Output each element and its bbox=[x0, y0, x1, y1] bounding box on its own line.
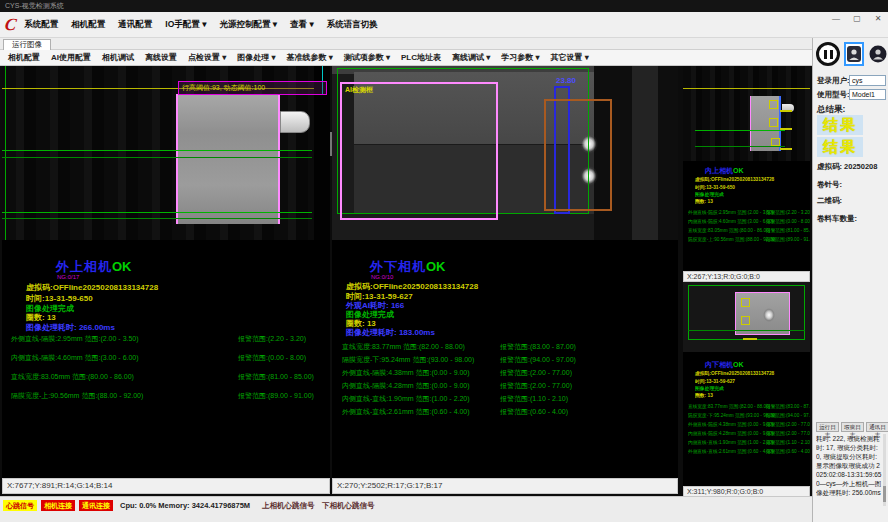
loop-count-line: 圈数: 13 bbox=[695, 198, 713, 205]
measurement-value: 隔膜宽度-上:90.56mm 范围:(88.00 - 92.00) bbox=[688, 236, 776, 243]
menu-item[interactable]: IO手配置 ▾ bbox=[165, 19, 206, 31]
measure-line bbox=[695, 130, 785, 131]
minimize-icon[interactable]: — bbox=[830, 14, 842, 23]
toolbar-item[interactable]: 离线调试 ▾ bbox=[452, 52, 490, 63]
measurement-value: 内侧直线-隔膜:4.28mm 范围:(0.00 - 9.00) bbox=[342, 381, 470, 391]
qr-code-label: 二维码: bbox=[817, 196, 842, 206]
measurement-value: 直线宽度:83.05mm 范围:(80.00 - 86.00) bbox=[688, 227, 770, 234]
measurement-value: 内侧直线-隔膜:4.60mm 范围:(3.00 - 6.00) bbox=[688, 218, 773, 225]
camera-image-inner-lower[interactable] bbox=[683, 282, 810, 352]
log-scrollbar[interactable] bbox=[883, 434, 886, 506]
toolbar-item[interactable]: AI使用配置 bbox=[51, 52, 91, 63]
tab-run-image[interactable]: 运行图像 bbox=[3, 39, 51, 50]
camera-view-outer-upper[interactable]: 行高阈值:93, 动态阈值:100 外上相机OK NG:0/17 虚拟码:OFF… bbox=[2, 66, 330, 478]
toolbar-item[interactable]: 学习参数 ▾ bbox=[501, 52, 539, 63]
alarm-range: 报警范围:(2.00 - 77.00) bbox=[500, 368, 572, 378]
toolbar-item[interactable]: 测试项参数 ▾ bbox=[344, 52, 390, 63]
log-tab[interactable]: 通讯日志 bbox=[866, 422, 888, 432]
toolbar-item[interactable]: 基准线参数 ▾ bbox=[287, 52, 333, 63]
alarm-range: 报警范围:(94.00 - 97.00) bbox=[500, 355, 576, 365]
measurement-value: 内侧直线-直线:1.90mm 范围:(1.00 - 2.20) bbox=[342, 394, 470, 404]
defect-marker-box bbox=[741, 298, 750, 307]
right-sidebar: 登录用户: cys 使用型号: Model1 总结果: 结果 结果 虚拟码: 2… bbox=[812, 38, 888, 522]
measurement-row: 外侧直线-直线:2.61mm 范围:(0.60 - 4.00) 报警范围:(0.… bbox=[342, 407, 678, 420]
toolbar-item[interactable]: 图像处理 ▾ bbox=[237, 52, 275, 63]
measurement-value: 直线宽度:83.77mm 范围:(82.00 - 88.00) bbox=[688, 403, 770, 410]
lower-camera-heartbeat-label[interactable]: 下相机心跳信号 bbox=[322, 501, 375, 511]
model-field[interactable]: Model1 bbox=[849, 89, 886, 100]
alarm-range: 报警范围:(2.20 - 3.20) bbox=[766, 209, 810, 216]
toolbar-item[interactable]: 相机配置 bbox=[8, 52, 40, 63]
toolbar-item[interactable]: 离线设置 bbox=[145, 52, 177, 63]
measurement-row: 内侧直线-直线:1.90mm 范围:(1.00 - 2.20) 报警范围:(1.… bbox=[342, 394, 678, 407]
model-label: 使用型号: bbox=[817, 90, 850, 100]
menu-item[interactable]: 查看 ▾ bbox=[290, 19, 314, 31]
ai-detect-label: AI检测框 bbox=[345, 85, 373, 95]
toolbar-item[interactable]: 相机调试 bbox=[102, 52, 134, 63]
user-button[interactable] bbox=[844, 42, 864, 66]
log-scrollbar-thumb[interactable] bbox=[883, 486, 886, 502]
upper-camera-heartbeat-label[interactable]: 上相机心跳信号 bbox=[262, 501, 315, 511]
toolbar-item[interactable]: 点检设置 ▾ bbox=[188, 52, 226, 63]
app-logo-icon: C bbox=[4, 15, 18, 35]
camera-view-inner-lower[interactable]: 内下相机OK 虚拟码:OFFline20250208133134728 时间:1… bbox=[683, 282, 810, 486]
log-tabs: 运行日志瑕疵日志通讯日志 bbox=[816, 422, 888, 432]
elapsed-line: 图像处理耗时: 266.00ms bbox=[26, 322, 115, 333]
menu-item[interactable]: 通讯配置 bbox=[118, 19, 152, 31]
camera-view-outer-lower[interactable]: AI检测框 23.80 外下相机OK NG:0/10 虚拟码:OFFline20… bbox=[332, 66, 678, 478]
window-title: CYS-视觉检测系统 bbox=[5, 2, 64, 9]
measurement-list: 外侧直线-隔膜:2.95mm 范围:(2.00 - 3.50) 报警范围:(2.… bbox=[11, 334, 330, 410]
alarm-range: 报警范围:(89.00 - 91.00) bbox=[766, 236, 810, 243]
elapsed-line: 图像处理耗时: 183.00ms bbox=[346, 327, 435, 338]
window-controls: — ▢ ✕ bbox=[830, 14, 884, 23]
measure-line bbox=[688, 330, 805, 331]
alarm-range: 报警范围:(89.00 - 91.00) bbox=[238, 391, 314, 401]
ok-status: OK bbox=[733, 361, 744, 368]
pause-button[interactable] bbox=[816, 42, 840, 66]
blue-measure-value: 23.80 bbox=[556, 76, 576, 85]
ok-status: OK bbox=[733, 167, 744, 174]
toolbar: 相机配置AI使用配置相机调试离线设置点检设置 ▾图像处理 ▾基准线参数 ▾测试项… bbox=[0, 50, 888, 66]
measure-line bbox=[2, 150, 312, 151]
close-icon[interactable]: ✕ bbox=[872, 14, 884, 23]
defect-marker-box bbox=[741, 316, 750, 325]
measurement-row: 内侧直线-隔膜:4.28mm 范围:(0.00 - 9.00) 报警范围:(2.… bbox=[342, 381, 678, 394]
measurement-row: 直线宽度:83.05mm 范围:(80.00 - 86.00) 报警范围:(81… bbox=[11, 372, 330, 391]
alarm-range: 报警范围:(94.00 - 97.00) bbox=[766, 412, 810, 419]
measurement-value: 内侧直线-直线:1.90mm 范围:(1.00 - 2.20) bbox=[688, 439, 773, 446]
needle-number-label: 卷针号: bbox=[817, 180, 842, 190]
log-tab[interactable]: 运行日志 bbox=[816, 422, 839, 432]
toolbar-item[interactable]: PLC地址表 bbox=[401, 52, 441, 63]
alarm-range: 报警范围:(0.00 - 8.00) bbox=[238, 353, 306, 363]
alarm-range: 报警范围:(81.00 - 85.00) bbox=[766, 227, 810, 234]
yellow-threshold-hline bbox=[683, 88, 810, 89]
camera-image-outer-lower[interactable]: AI检测框 23.80 bbox=[332, 66, 678, 240]
pause-icon bbox=[830, 50, 833, 59]
toolbar-item[interactable]: 其它设置 ▾ bbox=[551, 52, 589, 63]
threshold-overlay-label: 行高阈值:93, 动态阈值:100 bbox=[178, 81, 327, 95]
measurement-value: 外侧直线-隔膜:4.38mm 范围:(0.00 - 9.00) bbox=[688, 421, 773, 428]
login-user-field[interactable]: cys bbox=[849, 75, 886, 86]
menu-item[interactable]: 相机配置 bbox=[71, 19, 105, 31]
alarm-range: 报警范围:(2.00 - 77.00) bbox=[766, 421, 810, 428]
menu-item[interactable]: 光源控制配置 ▾ bbox=[219, 19, 277, 31]
log-tab[interactable]: 瑕疵日志 bbox=[841, 422, 864, 432]
camera-view-inner-upper[interactable]: 内上相机OK 虚拟码:OFFline20250208133134728 时间:1… bbox=[683, 66, 810, 271]
alarm-range: 报警范围:(2.00 - 77.00) bbox=[766, 430, 810, 437]
maximize-icon[interactable]: ▢ bbox=[851, 14, 863, 23]
camera-connect-badge: 相机连接 bbox=[41, 500, 75, 511]
menu-item[interactable]: 系统配置 bbox=[24, 19, 58, 31]
virtual-code-line: 虚拟码:OFFline20250208133134728 bbox=[26, 282, 158, 293]
measurement-value: 直线宽度:83.77mm 范围:(82.00 - 88.00) bbox=[342, 342, 465, 352]
camera-image-outer-upper[interactable]: 行高阈值:93, 动态阈值:100 bbox=[2, 66, 330, 240]
app-window: CYS-视觉检测系统 C 系统配置相机配置通讯配置IO手配置 ▾光源控制配置 ▾… bbox=[0, 0, 888, 522]
virtual-code-value: 20250208 bbox=[844, 162, 877, 171]
menu-item[interactable]: 系统语言切换 bbox=[327, 19, 378, 31]
titlebar[interactable]: CYS-视觉检测系统 bbox=[0, 0, 888, 12]
defect-marker-box bbox=[769, 118, 778, 127]
log-text-area[interactable]: 耗时: 222, 瑕疵检测耗时: 17, 瑕疵分类耗时: 0, 瑕疵提取分区耗时… bbox=[816, 434, 882, 506]
camera-image-inner-upper[interactable] bbox=[683, 66, 810, 161]
account-button[interactable] bbox=[868, 42, 888, 66]
measurement-value: 隔膜宽度-上:90.56mm 范围:(88.00 - 92.00) bbox=[11, 391, 143, 401]
measurement-row: 隔膜宽度-下:95.24mm 范围:(93.00 - 98.00) 报警范围:(… bbox=[342, 355, 678, 368]
